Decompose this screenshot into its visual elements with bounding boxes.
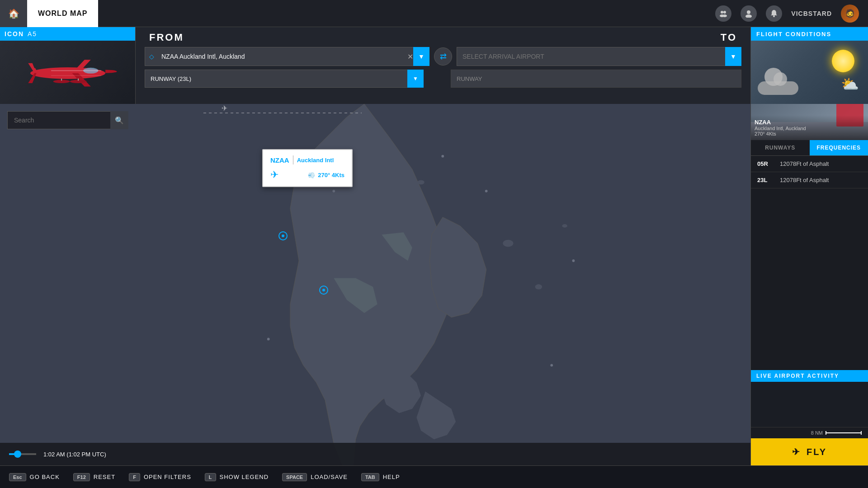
popup-divider: [293, 155, 293, 164]
esc-key: Esc: [9, 473, 26, 481]
map-background: ✈ NZAA Auckland Intl ✈ 💨 270: [0, 104, 868, 465]
panel-airport-name: Auckland Intl, Auckland: [755, 126, 864, 131]
popup-plane-icon: ✈: [270, 169, 278, 181]
marker-ring: [278, 231, 288, 240]
time-slider[interactable]: [9, 453, 36, 455]
search-box: 🔍: [7, 111, 128, 129]
runway-info-05r: 12078Ft of Asphalt: [780, 160, 829, 167]
tab-key: TAB: [361, 473, 379, 481]
search-button[interactable]: 🔍: [110, 111, 128, 129]
clear-departure-button[interactable]: ✕: [407, 52, 413, 61]
open-filters-action[interactable]: F OPEN FILTERS: [129, 473, 191, 481]
aircraft-svg: [14, 50, 122, 95]
tab-runways[interactable]: RUNWAYS: [751, 140, 810, 155]
top-nav: 🏠 WORLD MAP VICBSTARD 🧔: [0, 0, 868, 27]
flight-conditions-image: ⛅: [751, 41, 868, 104]
route-labels: FROM TO: [145, 32, 741, 43]
go-back-action[interactable]: Esc GO BACK: [9, 473, 60, 481]
flight-route: FROM TO ◇ ✕ ▼ ⇄ ▼ RUNWAY (23L) RUNWAY (0…: [136, 27, 750, 104]
runway-tabs: RUNWAYS FREQUENCIES: [751, 140, 868, 156]
fly-button[interactable]: ✈ FLY: [751, 438, 868, 465]
show-legend-action[interactable]: L SHOW LEGEND: [205, 473, 269, 481]
airport-photo-overlay: NZAA Auckland Intl, Auckland 270° 4Kts: [751, 115, 868, 140]
flight-conditions-header: FLIGHT CONDITIONS: [751, 27, 868, 41]
go-back-label: GO BACK: [30, 474, 60, 480]
help-action[interactable]: TAB HELP: [361, 473, 400, 481]
departure-dropdown-button[interactable]: ▼: [413, 47, 429, 66]
wind-icon: 💨: [308, 172, 315, 178]
marker-ring-2: [319, 286, 328, 295]
panel-airport-code: NZAA: [755, 119, 864, 126]
popup-wind-value: 270° 4Kts: [318, 172, 344, 178]
airport-popup[interactable]: NZAA Auckland Intl ✈ 💨 270° 4Kts: [262, 149, 353, 187]
notification-icon[interactable]: [766, 5, 782, 22]
scale-value: 8 NM: [811, 430, 823, 436]
load-save-action[interactable]: SPACE LOAD/SAVE: [282, 473, 348, 481]
aircraft-card: ICON A5: [0, 27, 136, 104]
svg-point-15: [503, 240, 513, 247]
runway-item-05r[interactable]: 05R 12078Ft of Asphalt: [751, 156, 868, 172]
help-label: HELP: [383, 474, 400, 480]
scale-line: [826, 432, 862, 433]
map-area[interactable]: ✈ NZAA Auckland Intl ✈ 💨 270: [0, 104, 868, 465]
arrival-dropdown-button[interactable]: ▼: [725, 47, 741, 66]
time-slider-thumb[interactable]: [14, 450, 21, 458]
departure-airport-input[interactable]: [145, 47, 429, 66]
svg-point-5: [745, 14, 752, 18]
svg-point-6: [773, 15, 775, 17]
home-button[interactable]: 🏠: [0, 0, 27, 27]
header-panel: ICON A5: [0, 27, 868, 104]
scale-bar: 8 NM: [751, 427, 868, 438]
time-display: 1:02 AM (1:02 PM UTC): [43, 451, 106, 458]
fly-icon: ✈: [792, 446, 801, 457]
bottom-bar: Esc GO BACK F12 RESET F OPEN FILTERS L S…: [0, 465, 868, 488]
reset-action[interactable]: F12 RESET: [73, 473, 115, 481]
svg-point-25: [550, 364, 553, 366]
f-key: F: [129, 473, 140, 481]
load-save-label: LOAD/SAVE: [311, 474, 348, 480]
popup-title: NZAA Auckland Intl: [270, 155, 344, 164]
to-label: TO: [721, 32, 737, 43]
svg-text:✈: ✈: [222, 104, 227, 112]
reset-label: RESET: [94, 474, 115, 480]
airport-marker-nzaa[interactable]: [278, 231, 288, 240]
l-key: L: [205, 473, 216, 481]
arrival-airport-wrapper: ▼: [457, 47, 741, 66]
route-inputs: ◇ ✕ ▼ ⇄ ▼: [145, 47, 741, 66]
flight-conditions-panel: FLIGHT CONDITIONS ⛅: [750, 27, 868, 104]
runway-list: 05R 12078Ft of Asphalt 23L 12078Ft of As…: [751, 156, 868, 370]
departure-airport-icon: ◇: [149, 53, 154, 60]
live-activity-header: LIVE AIRPORT ACTIVITY: [751, 370, 868, 382]
svg-point-0: [721, 11, 723, 14]
fly-label: FLY: [807, 447, 827, 457]
sun-icon: [832, 50, 854, 72]
arrival-airport-input[interactable]: [457, 47, 741, 66]
popup-wind: 💨 270° 4Kts: [308, 172, 344, 178]
svg-point-4: [747, 10, 750, 14]
search-sidebar: 🔍: [0, 104, 136, 136]
swap-airports-button[interactable]: ⇄: [434, 47, 452, 66]
user-avatar[interactable]: 🧔: [841, 5, 859, 23]
popup-bottom: ✈ 💨 270° 4Kts: [270, 169, 344, 181]
svg-point-3: [722, 14, 727, 17]
app-title: WORLD MAP: [27, 0, 98, 27]
marker-dot: [282, 235, 284, 237]
space-key: SPACE: [282, 473, 307, 481]
tab-frequencies[interactable]: FREQUENCIES: [810, 140, 868, 155]
svg-point-17: [562, 224, 567, 228]
runway-name-05r: 05R: [757, 160, 780, 167]
svg-point-24: [267, 338, 270, 341]
show-legend-label: SHOW LEGEND: [220, 474, 269, 480]
live-activity-content: [751, 382, 868, 427]
profile-icon[interactable]: [741, 5, 757, 22]
svg-point-23: [572, 259, 575, 262]
departure-runway-wrapper: RUNWAY (23L) RUNWAY (05R) ▼: [145, 70, 424, 88]
arrival-runway-placeholder: RUNWAY: [451, 70, 741, 88]
community-icon[interactable]: [715, 5, 731, 22]
runway-row: RUNWAY (23L) RUNWAY (05R) ▼ RUNWAY: [145, 70, 741, 88]
aircraft-label: ICON A5: [0, 27, 135, 41]
airport-marker-2[interactable]: [319, 286, 328, 295]
svg-point-1: [723, 11, 726, 14]
departure-runway-select[interactable]: RUNWAY (23L) RUNWAY (05R): [145, 70, 424, 88]
runway-item-23l[interactable]: 23L 12078Ft of Asphalt: [751, 172, 868, 188]
